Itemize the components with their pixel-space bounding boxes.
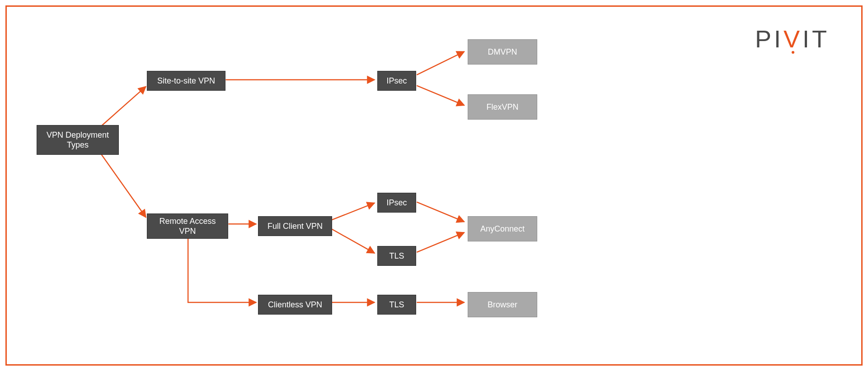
node-site-to-site-vpn: Site-to-site VPN bbox=[147, 71, 225, 91]
node-flexvpn: FlexVPN bbox=[468, 94, 537, 120]
arrows-layer bbox=[7, 7, 861, 364]
node-dmvpn: DMVPN bbox=[468, 39, 537, 65]
node-browser: Browser bbox=[468, 292, 537, 317]
pivit-logo: PIVIT bbox=[755, 25, 830, 53]
diagram-frame: VPN Deployment Types Site-to-site VPN IP… bbox=[5, 5, 863, 366]
arrow-root-to-remote bbox=[99, 150, 146, 218]
node-vpn-deployment-types: VPN Deployment Types bbox=[37, 125, 119, 155]
logo-text-v: V bbox=[784, 25, 802, 52]
node-anyconnect: AnyConnect bbox=[468, 216, 537, 241]
arrow-tls-to-anyconnect bbox=[417, 232, 464, 252]
arrow-ipsec-to-dmvpn bbox=[417, 51, 464, 75]
arrow-fullclient-to-ipsec bbox=[332, 203, 375, 220]
arrow-ipsec-to-flexvpn bbox=[417, 86, 464, 106]
logo-text-pi: PI bbox=[755, 25, 784, 52]
arrow-remote-to-clientless bbox=[188, 235, 256, 302]
node-tls-clientless: TLS bbox=[377, 295, 416, 315]
logo-dot-icon bbox=[792, 51, 794, 54]
node-ipsec-site: IPsec bbox=[377, 71, 416, 91]
node-full-client-vpn: Full Client VPN bbox=[258, 216, 332, 236]
arrow-ipsec-to-anyconnect bbox=[417, 202, 464, 222]
node-ipsec-remote: IPsec bbox=[377, 193, 416, 213]
logo-text-it: IT bbox=[802, 25, 830, 52]
node-tls-remote: TLS bbox=[377, 246, 416, 266]
node-remote-access-vpn: Remote Access VPN bbox=[147, 213, 228, 239]
arrow-fullclient-to-tls bbox=[332, 229, 375, 253]
node-clientless-vpn: Clientless VPN bbox=[258, 295, 332, 315]
arrow-root-to-site bbox=[99, 87, 146, 129]
